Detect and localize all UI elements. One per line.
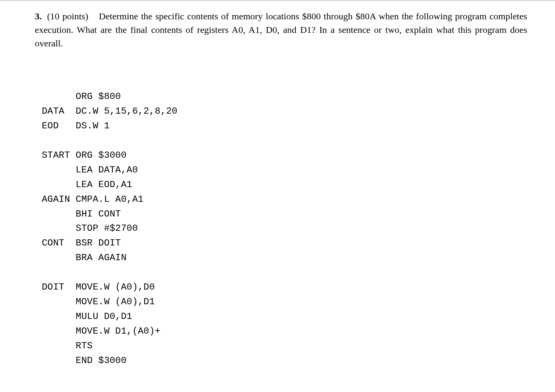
code-line: MULU D0,D1 — [42, 311, 132, 322]
code-line: START ORG $3000 — [42, 150, 127, 160]
question-points: (10 points) — [47, 11, 88, 21]
code-line: CONT BSR DOIT — [42, 238, 121, 248]
code-line: EOD DS.W 1 — [42, 121, 110, 131]
question-number: 3. — [35, 11, 42, 21]
code-line: AGAIN CMPA.L A0,A1 — [42, 194, 144, 205]
code-line: LEA DATA,A0 — [42, 165, 138, 175]
code-line: RTS — [42, 341, 92, 351]
question-block: 3. (10 points) Determine the specific co… — [35, 10, 527, 50]
code-line: BHI CONT — [42, 209, 121, 219]
assembly-code: ORG $800 DATA DC.W 5,15,6,2,8,20 EOD DS.… — [42, 75, 527, 382]
code-line: LEA EOD,A1 — [42, 179, 132, 190]
code-line: END $3000 — [42, 355, 127, 366]
code-line: MOVE.W (A0),D1 — [42, 297, 155, 307]
page-content: 3. (10 points) Determine the specific co… — [0, 1, 555, 382]
code-line: STOP #$2700 — [42, 223, 138, 233]
code-line: BRA AGAIN — [42, 252, 127, 263]
code-line: DATA DC.W 5,15,6,2,8,20 — [42, 106, 177, 116]
question-prompt: Determine the specific contents of memor… — [35, 11, 527, 48]
code-line: DOIT MOVE.W (A0),D0 — [42, 282, 155, 292]
code-line: MOVE.W D1,(A0)+ — [42, 326, 161, 336]
code-line: ORG $800 — [42, 91, 121, 102]
